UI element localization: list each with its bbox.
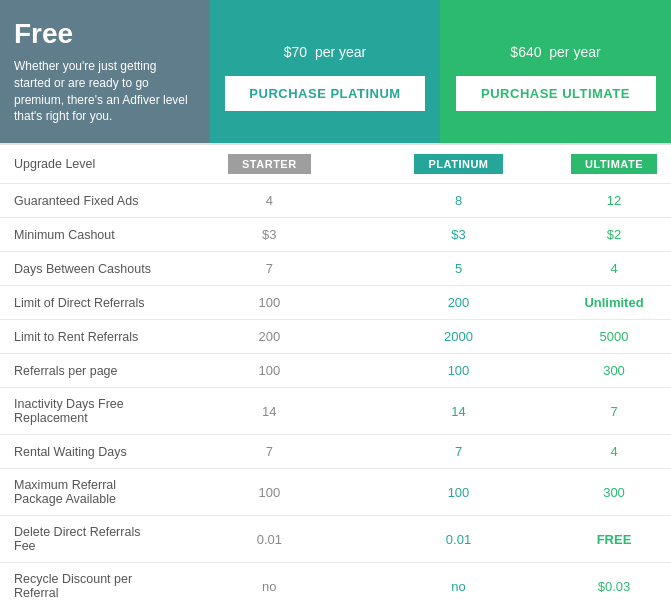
- table-row: Minimum Cashout$3$3$2: [0, 218, 671, 252]
- platinum-cell: no: [360, 563, 557, 609]
- platinum-cell: 8: [360, 184, 557, 218]
- row-label: Rental Waiting Days: [0, 435, 179, 469]
- row-label: Referrals per page: [0, 354, 179, 388]
- row-label: Delete Direct Referrals Fee: [0, 516, 179, 563]
- table-row: Limit to Rent Referrals20020005000: [0, 320, 671, 354]
- platinum-cell: 200: [360, 286, 557, 320]
- ultimate-badge: ULTIMATE: [571, 154, 657, 174]
- ultimate-cell: $2: [557, 218, 671, 252]
- free-label: FREE: [597, 532, 632, 547]
- starter-cell: 4: [179, 184, 360, 218]
- ultimate-cell: $0.03: [557, 563, 671, 609]
- starter-cell: 7: [179, 435, 360, 469]
- row-label: Recycle Discount per Referral: [0, 563, 179, 609]
- row-label: Upgrade Level: [0, 145, 179, 184]
- platinum-cell: $3: [360, 218, 557, 252]
- table-row: Limit of Direct Referrals100200Unlimited: [0, 286, 671, 320]
- platinum-cell: 100: [360, 469, 557, 516]
- free-description: Whether you're just getting started or a…: [14, 58, 196, 125]
- ultimate-cell: 5000: [557, 320, 671, 354]
- ultimate-cell: 4: [557, 435, 671, 469]
- starter-cell: STARTER: [179, 145, 360, 184]
- row-label: Maximum Referral Package Available: [0, 469, 179, 516]
- purchase-platinum-button[interactable]: PURCHASE PLATINUM: [225, 76, 425, 111]
- table-row: Inactivity Days Free Replacement14147: [0, 388, 671, 435]
- table-row: Guaranteed Fixed Ads4812: [0, 184, 671, 218]
- pricing-header: Free Whether you're just getting started…: [0, 0, 671, 145]
- plan-free: Free Whether you're just getting started…: [0, 0, 210, 143]
- ultimate-cell: Unlimited: [557, 286, 671, 320]
- starter-cell: 100: [179, 354, 360, 388]
- platinum-cell: PLATINUM: [360, 145, 557, 184]
- table-row: Referrals per page100100300: [0, 354, 671, 388]
- row-label: Limit of Direct Referrals: [0, 286, 179, 320]
- starter-cell: 200: [179, 320, 360, 354]
- platinum-cell: 7: [360, 435, 557, 469]
- starter-cell: $3: [179, 218, 360, 252]
- row-label: Limit to Rent Referrals: [0, 320, 179, 354]
- platinum-cell: 100: [360, 354, 557, 388]
- platinum-badge: PLATINUM: [414, 154, 502, 174]
- ultimate-cell: 300: [557, 469, 671, 516]
- ultimate-cell: FREE: [557, 516, 671, 563]
- starter-cell: 7: [179, 252, 360, 286]
- table-row: Recycle Discount per Referralnono$0.03: [0, 563, 671, 609]
- starter-badge: STARTER: [228, 154, 311, 174]
- table-row: Maximum Referral Package Available100100…: [0, 469, 671, 516]
- plan-platinum: $70 per year PURCHASE PLATINUM: [210, 0, 440, 143]
- row-label: Minimum Cashout: [0, 218, 179, 252]
- starter-cell: 100: [179, 469, 360, 516]
- ultimate-cell: 7: [557, 388, 671, 435]
- table-row: Rental Waiting Days774: [0, 435, 671, 469]
- table-row: Upgrade LevelSTARTERPLATINUMULTIMATE: [0, 145, 671, 184]
- free-title: Free: [14, 18, 73, 50]
- platinum-period: per year: [315, 44, 366, 60]
- purchase-ultimate-button[interactable]: PURCHASE ULTIMATE: [456, 76, 656, 111]
- platinum-cell: 5: [360, 252, 557, 286]
- platinum-price: $70 per year: [284, 32, 367, 64]
- ultimate-cell: 12: [557, 184, 671, 218]
- platinum-cell: 14: [360, 388, 557, 435]
- table-row: Days Between Cashouts754: [0, 252, 671, 286]
- starter-cell: 0.01: [179, 516, 360, 563]
- ultimate-price: $640 per year: [510, 32, 600, 64]
- ultimate-cell: 4: [557, 252, 671, 286]
- row-label: Guaranteed Fixed Ads: [0, 184, 179, 218]
- platinum-cell: 2000: [360, 320, 557, 354]
- unlimited-label: Unlimited: [584, 295, 643, 310]
- ultimate-cell: ULTIMATE: [557, 145, 671, 184]
- table-row: Delete Direct Referrals Fee0.010.01FREE: [0, 516, 671, 563]
- plan-ultimate: $640 per year PURCHASE ULTIMATE: [440, 0, 671, 143]
- comparison-table: Upgrade LevelSTARTERPLATINUMULTIMATEGuar…: [0, 145, 671, 609]
- ultimate-period: per year: [549, 44, 600, 60]
- starter-cell: no: [179, 563, 360, 609]
- starter-cell: 14: [179, 388, 360, 435]
- platinum-cell: 0.01: [360, 516, 557, 563]
- row-label: Days Between Cashouts: [0, 252, 179, 286]
- row-label: Inactivity Days Free Replacement: [0, 388, 179, 435]
- ultimate-cell: 300: [557, 354, 671, 388]
- starter-cell: 100: [179, 286, 360, 320]
